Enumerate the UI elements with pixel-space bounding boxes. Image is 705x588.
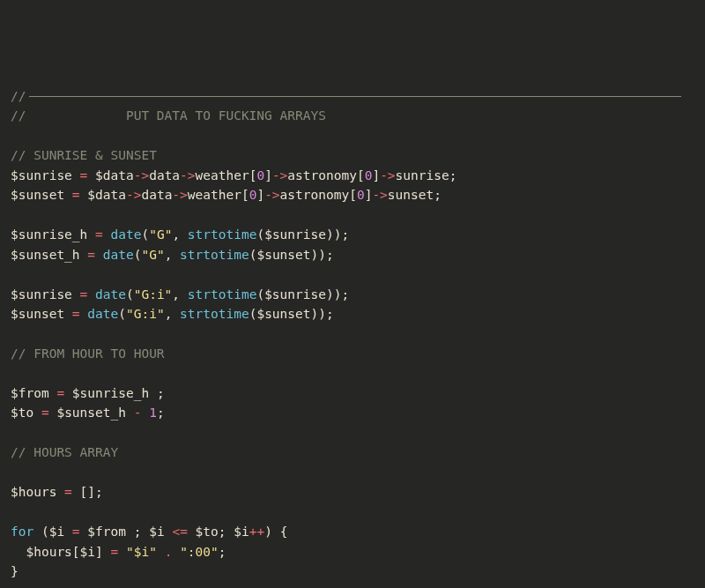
comment: // FROM HOUR TO HOUR — [11, 346, 165, 361]
code-line: $from = $sunrise_h ; — [11, 386, 165, 400]
code-line: $sunset = date("G:i", strtotime($sunset)… — [11, 307, 334, 321]
comment: // SUNRISE & SUNSET — [11, 148, 157, 162]
code-line: $sunrise = date("G:i", strtotime($sunris… — [11, 287, 349, 301]
code-line: $hours = []; — [11, 485, 103, 499]
code-line: for ($i = $from ; $i <= $to; $i++) { — [11, 525, 287, 539]
code-line: $hours[$i] = "$i" . ":00"; — [11, 545, 226, 559]
code-editor[interactable]: // // PUT DATA TO FUCKING ARRAYS // SUNR… — [11, 86, 694, 588]
code-line: $sunset = $data->data->weather[0]->astro… — [11, 188, 442, 202]
code-line: $to = $sunset_h - 1; — [11, 406, 165, 420]
comment: // HOURS ARRAY — [11, 445, 118, 459]
code-line: $sunrise = $data->data->weather[0]->astr… — [11, 168, 456, 182]
code-line: $sunrise_h = date("G", strtotime($sunris… — [11, 227, 349, 242]
code-line: } — [11, 564, 19, 578]
comment: // — [11, 89, 681, 103]
comment: // PUT DATA TO FUCKING ARRAYS — [11, 108, 326, 123]
code-line: $sunset_h = date("G", strtotime($sunset)… — [11, 248, 334, 262]
